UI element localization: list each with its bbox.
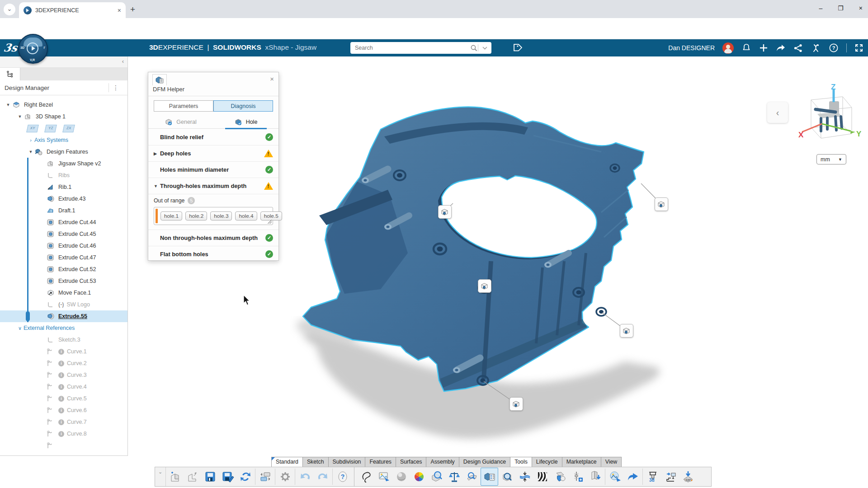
browser-tab[interactable]: 3DEXPERIENCE × [19, 2, 126, 18]
hole-chip[interactable]: hole.2 [185, 211, 207, 221]
tree-item-ribs[interactable]: Ribs [0, 169, 127, 181]
tree-item-extrude-cut-46[interactable]: Extrude Cut.46 [0, 240, 127, 252]
dfm-check-through-holes-maximum-depth[interactable]: ▼Through-holes maximum depth [148, 178, 278, 194]
hole-annotation-badge[interactable] [478, 279, 491, 293]
ribbon-tab-sketch[interactable]: Sketch [302, 457, 329, 467]
hole-annotation-badge[interactable] [509, 397, 523, 411]
tree-item-blank[interactable]: ! [0, 440, 127, 451]
dfm-check-flat-bottom-holes[interactable]: Flat bottom holes✓ [148, 246, 278, 263]
ribbon-tab-features[interactable]: Features [365, 457, 396, 467]
tree-item-extrude-cut-45[interactable]: Extrude Cut.45 [0, 228, 127, 240]
user-avatar[interactable] [722, 42, 734, 54]
tree-item-extrude-55[interactable]: Extrude.55 [0, 310, 127, 322]
hole-annotation-badge[interactable] [655, 197, 668, 211]
search-input[interactable] [350, 45, 470, 51]
window-restore-icon[interactable]: ❐ [838, 5, 844, 12]
design-review-icon[interactable] [498, 468, 516, 486]
tree-item-curve-2[interactable]: !iCurve.2 [0, 357, 127, 369]
toolbar-overflow-icon[interactable]: ⌄ [155, 467, 166, 486]
tree-item-3d-shape-1[interactable]: ▼3D Shape 1 [0, 111, 127, 122]
tree-item-extrude-cut-47[interactable]: Extrude Cut.47 [0, 252, 127, 263]
new-part-icon[interactable] [166, 468, 184, 486]
ribbon-tab-design-guidance[interactable]: Design Guidance [459, 457, 510, 467]
tree-caret-icon[interactable]: › [27, 137, 34, 143]
viewport-panel-expander[interactable]: ‹ [767, 102, 788, 123]
tree-item-curve-8[interactable]: !iCurve.8 [0, 428, 127, 440]
share-image-icon[interactable] [606, 468, 624, 486]
undo-icon[interactable] [296, 468, 314, 486]
tree-item-axis-systems[interactable]: ›Axis Systems [0, 134, 127, 146]
user-name[interactable]: Dan DESIGNER [668, 44, 715, 52]
redo-icon[interactable] [314, 468, 331, 486]
tag-icon[interactable] [511, 42, 522, 54]
plus-icon[interactable] [759, 43, 768, 52]
tree-item-curve-1[interactable]: !iCurve.1 [0, 346, 127, 357]
tree-item-sw-logo[interactable]: (-)SW Logo [0, 299, 127, 310]
dfm-check-deep-holes[interactable]: ▶Deep holes [148, 145, 278, 162]
export-dxf-icon[interactable]: DXF [679, 468, 697, 486]
material-sphere-icon[interactable] [392, 468, 410, 486]
orientation-triad[interactable]: X Y Z [794, 84, 862, 149]
window-minimize-icon[interactable]: – [819, 5, 822, 12]
tree-item-extrude-cut-53[interactable]: Extrude Cut.53 [0, 275, 127, 287]
tree-item-move-face-1[interactable]: Move Face.1 [0, 287, 127, 299]
ribbon-tab-tools[interactable]: Tools [510, 457, 532, 467]
tree-item-curve-4[interactable]: !iCurve.4 [0, 381, 127, 393]
sync-icon[interactable] [236, 468, 254, 486]
ribbon-tab-lifecycle[interactable]: Lifecycle [532, 457, 562, 467]
save-icon[interactable] [201, 468, 219, 486]
capture-image-icon[interactable] [375, 468, 392, 486]
tree-row-planes[interactable]: XYYZZX [0, 122, 127, 134]
compass-logo[interactable]: 3D i' V,R [18, 34, 48, 64]
ribbon-tab-standard[interactable]: Standard [271, 457, 303, 467]
window-close-icon[interactable]: × [859, 5, 863, 12]
dfm-dialog-tab-icon[interactable] [152, 74, 167, 85]
tree-view-tab[interactable] [0, 68, 20, 80]
tree-caret-icon[interactable]: ▼ [16, 114, 24, 119]
tree-item-rib-1[interactable]: Rib.1 [0, 181, 127, 193]
curvature-analysis-icon[interactable] [551, 468, 569, 486]
measure-scale-icon[interactable] [445, 468, 463, 486]
search-options-chevron-icon[interactable] [478, 47, 491, 50]
tab-search-caret-icon[interactable]: ⌄ [4, 4, 15, 15]
resize-handle[interactable] [268, 220, 272, 224]
units-dropdown[interactable]: mm▼ [816, 154, 846, 164]
out-of-range-hole-list[interactable]: hole.1hole.2hole.3hole.4hole.5 [154, 207, 273, 225]
tree-item-curve-6[interactable]: !iCurve.6 [0, 404, 127, 416]
new-tab-button[interactable]: + [130, 5, 135, 14]
draft-analysis-icon[interactable] [463, 468, 481, 486]
dfm-close-icon[interactable]: × [270, 75, 274, 83]
panel-menu-icon[interactable]: ⋮ [108, 83, 123, 92]
open-part-icon[interactable] [184, 468, 201, 486]
dfm-check-blind-hole-relief[interactable]: Blind hole relief✓ [148, 129, 278, 145]
tree-item-jigsaw-shape-v2[interactable]: Jigsaw Shape v2 [0, 158, 127, 169]
tree-item-curve-5[interactable]: !iCurve.5 [0, 393, 127, 404]
tab-close-icon[interactable]: × [118, 7, 121, 14]
ribbon-tab-surfaces[interactable]: Surfaces [396, 457, 427, 467]
tree-item-extrude-43[interactable]: Extrude.43 [0, 193, 127, 205]
help-icon[interactable]: ? [334, 468, 351, 486]
dfm-tab-diagnosis[interactable]: Diagnosis [213, 100, 273, 112]
dfm-check-non-through-holes-maximum-depth[interactable]: Non through-holes maximum depth✓ [148, 230, 278, 246]
tree-item-extrude-cut-52[interactable]: Extrude Cut.52 [0, 263, 127, 275]
dfm-helper-icon[interactable] [481, 468, 498, 486]
print-3d-icon[interactable]: 3d [644, 468, 661, 486]
tree-item-design-features[interactable]: ▼Design Features [0, 146, 127, 158]
share-network-icon[interactable] [793, 43, 803, 53]
hole-annotation-badge[interactable] [620, 324, 633, 338]
ribbon-tab-marketplace[interactable]: Marketplace [562, 457, 601, 467]
save-as-icon[interactable] [219, 468, 236, 486]
dfm-subtab-hole[interactable]: Hole [213, 116, 278, 128]
dfm-check-holes-minimum-diameter[interactable]: Holes minimum diameter✓ [148, 162, 278, 178]
dfm-tab-parameters[interactable]: Parameters [154, 100, 213, 112]
plane-xy-icon[interactable]: XY [26, 125, 39, 132]
share-link-icon[interactable] [624, 468, 642, 486]
tree-caret-icon[interactable]: ▼ [5, 103, 12, 107]
tree-item-external-references[interactable]: ∨External References [0, 322, 127, 334]
help-icon[interactable]: ? [829, 43, 839, 53]
lasso-select-icon[interactable] [357, 468, 375, 486]
tree-caret-icon[interactable]: ▼ [27, 150, 34, 154]
thickness-check-icon[interactable] [516, 468, 533, 486]
tree-item-right-bezel[interactable]: ▼Right Bezel [0, 99, 127, 111]
tree-item-draft-1[interactable]: Draft.1 [0, 205, 127, 216]
